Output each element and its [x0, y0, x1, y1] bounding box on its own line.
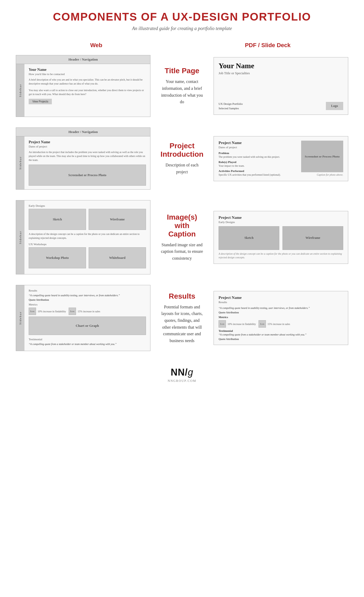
workshop-photo-box-web: Workshop Photo — [29, 247, 86, 268]
pdf-dates-2: Dates of project — [219, 146, 297, 149]
web-header-1: Header / Navigation — [16, 55, 150, 64]
desc-2: An introduction to the project that incl… — [29, 150, 146, 162]
pdf-sketch-row: Sketch Wireframe — [219, 226, 343, 250]
web-sidebar-3: Sidebar — [16, 200, 24, 274]
section-4-center: Results Potential formats and layouts fo… — [156, 292, 208, 344]
sidebar-label-4: Sidebar — [19, 311, 22, 325]
section-1-desc: Your name, contact information, and a br… — [161, 78, 203, 105]
section-4: Sidebar Results “A compelling quote hear… — [16, 285, 348, 351]
section-3-label: Image(s) with Caption — [161, 213, 203, 238]
section-3-center: Image(s) with Caption Standard image siz… — [156, 213, 208, 262]
pdf-column-header: PDF / Slide Deck — [187, 42, 348, 49]
section-2: Header / Navigation Sidebar Project Name… — [16, 127, 348, 190]
pdf-metrics-row: Icon 10% increase in findability Icon 15… — [219, 320, 343, 328]
nng-g: g — [188, 367, 193, 378]
sketch-row-web: Sketch Wireframe — [29, 209, 146, 230]
workshops-label-web: UX Workshops — [29, 243, 146, 246]
pdf-quote-4: “A compelling quote heard in usability t… — [219, 306, 343, 310]
metric-item-1-web: Icon 10% increase in findability — [29, 308, 66, 315]
web-content-1: Your Name How you'd like to be contacted… — [24, 64, 150, 117]
pdf-problem-label: Problem — [219, 151, 297, 155]
pdf-photo-2: Screenshot or Process Photo — [301, 141, 343, 172]
web-column-header: Web — [16, 42, 177, 49]
section-4-label: Results — [169, 292, 195, 300]
metric2-text-web: 15% increase in sales — [78, 310, 100, 313]
sidebar-label-3: Sidebar — [19, 231, 22, 244]
section-3: Sidebar Early Designs Sketch Wireframe A… — [16, 200, 348, 274]
quote-web: “A compelling quote heard in usability t… — [29, 294, 146, 297]
nng-logo: NN/g — [16, 367, 348, 378]
sketch-box-web: Sketch — [29, 209, 86, 230]
pdf-project-left-2: Project Name Dates of project Problem Th… — [219, 141, 297, 177]
metric1-text-web: 10% increase in findability — [38, 310, 66, 313]
icon1-web: Icon — [29, 308, 36, 315]
pdf-activities-text: Specific UX activities that you performe… — [219, 173, 297, 177]
testimonial-label-web: Testimonial — [29, 338, 146, 341]
main-subtitle: An illustrated guide for creating a port… — [16, 26, 348, 31]
pdf-metric1-text: 10% increase in findability — [228, 323, 256, 325]
pdf-caption-3: A description of the design concept can … — [219, 252, 343, 259]
pdf-caption-2: Caption for photo above. — [317, 173, 343, 176]
web-content-4: Results “A compelling quote heard in usa… — [24, 285, 150, 351]
pdf-activities-label: Activities Performed — [219, 169, 297, 172]
web-mockup-4: Sidebar Results “A compelling quote hear… — [16, 285, 150, 351]
pdf-wireframe-box: Wireframe — [282, 226, 343, 250]
desc2-1: You may also want a call to action to cl… — [29, 88, 146, 96]
icon2-web: Icon — [69, 308, 76, 315]
pdf-project-section-2: Project Name Dates of project Problem Th… — [219, 141, 343, 177]
section-2-center: Project Introduction Description of each… — [156, 142, 208, 175]
nng-url: NNGROUP.COM — [16, 379, 348, 383]
wireframe-box-web: Wireframe — [89, 209, 146, 230]
pdf-portfolio-line2: Selected Samples — [219, 106, 243, 111]
early-designs-label-web: Early Designs — [29, 204, 146, 207]
section-2-label: Project Introduction — [160, 142, 203, 159]
web-sidebar-2: Sidebar — [16, 136, 24, 189]
pdf-testimonial-quote: “A compelling quote from a stakeholder o… — [219, 333, 343, 337]
your-name-1: Your Name — [29, 68, 146, 72]
section-1: Header / Navigation Sidebar Your Name Ho… — [16, 55, 348, 117]
pdf-testimonial-attr: Quote Attribution — [219, 338, 343, 341]
section-4-desc: Potential formats and layouts for icons,… — [161, 304, 203, 344]
quote-attr-web: Quote Attribution — [29, 298, 146, 301]
pdf-project-right-2: Screenshot or Process Photo Caption for … — [301, 141, 343, 177]
main-title: COMPONENTS OF A UX-DESIGN PORTFOLIO — [16, 11, 348, 23]
metric-item-2-web: Icon 15% increase in sales — [69, 308, 100, 315]
pdf-metric-item-1: Icon 10% increase in findability — [219, 320, 256, 328]
metrics-label-web: Metrics — [29, 303, 146, 306]
footer: NN/g NNGROUP.COM — [16, 362, 348, 383]
desc1-1: A brief description of who you are and i… — [29, 78, 146, 86]
view-projects-button[interactable]: View Projects — [29, 99, 52, 104]
pdf-footer-row: UX Design Portfolio Selected Samples Log… — [219, 102, 343, 110]
page-container: COMPONENTS OF A UX-DESIGN PORTFOLIO An i… — [0, 0, 364, 399]
section-1-label: Title Page — [165, 67, 199, 75]
web-sidebar-1: Sidebar — [16, 64, 24, 117]
pdf-project-name-3: Project Name — [219, 215, 343, 220]
project-name-2: Project Name — [29, 140, 146, 144]
web-content-3: Early Designs Sketch Wireframe A descrip… — [24, 200, 150, 274]
section-3-desc: Standard image size and caption format, … — [161, 241, 203, 262]
pdf-project-name-4: Project Name — [219, 295, 343, 300]
pdf-mockup-3: Project Name Early Designs Sketch Wirefr… — [214, 211, 348, 264]
sidebar-label-1: Sidebar — [19, 84, 22, 97]
web-header-2: Header / Navigation — [16, 128, 150, 136]
pdf-metrics-label-4: Metrics — [219, 315, 343, 319]
web-photo-2: Screenshot or Process Photo — [29, 165, 146, 186]
whiteboard-box-web: Whiteboard — [89, 247, 146, 268]
pdf-role-label: Role(s) Played — [219, 160, 297, 164]
pdf-logo-box: Logo — [326, 102, 343, 110]
section-2-desc: Description of each project — [161, 162, 203, 175]
sidebar-label-2: Sidebar — [19, 156, 22, 170]
pdf-project-name-2: Project Name — [219, 141, 297, 145]
pdf-early-designs-3: Early Designs — [219, 220, 343, 224]
section-1-center: Title Page Your name, contact informatio… — [156, 67, 208, 105]
web-sidebar-4: Sidebar — [16, 285, 24, 351]
pdf-role-text: Your impact to the team. — [219, 164, 297, 168]
pdf-portfolio-text: UX Design Portfolio Selected Samples — [219, 102, 243, 110]
pdf-quote-attr-4: Quote Attribution — [219, 311, 343, 314]
web-mockup-3: Sidebar Early Designs Sketch Wireframe A… — [16, 200, 150, 274]
pdf-icon1: Icon — [219, 320, 226, 328]
contact-1: How you'd like to be contacted — [29, 72, 146, 76]
web-mockup-1: Header / Navigation Sidebar Your Name Ho… — [16, 55, 150, 117]
nng-slash: / — [185, 367, 188, 378]
pdf-results-label: Results — [219, 300, 343, 304]
